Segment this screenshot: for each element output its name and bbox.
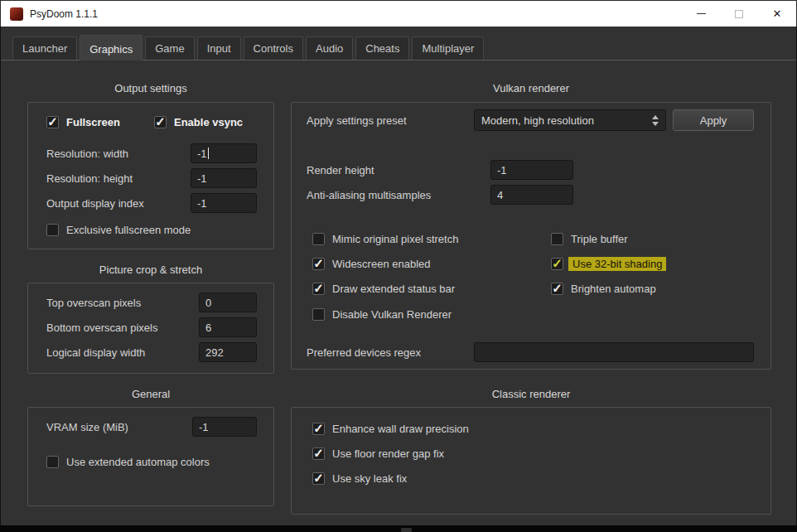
tab-launcher[interactable]: Launcher <box>12 36 77 60</box>
enhance-wall-draw-precision-checkbox[interactable]: ✓ Enhance wall draw precision <box>312 421 469 436</box>
app-icon <box>10 7 23 21</box>
window-title: PsyDoom 1.1.1 <box>30 8 98 20</box>
enable-vsync-checkbox[interactable]: ✓ Enable vsync <box>154 114 243 129</box>
render-height-row: Render height -1 <box>307 160 573 180</box>
group-title-general: General <box>27 388 274 401</box>
tab-audio[interactable]: Audio <box>306 36 353 60</box>
close-icon: ✕ <box>773 7 782 20</box>
widescreen-enabled-checkbox[interactable]: ✓ Widescreen enabled <box>312 256 431 271</box>
mimic-pixel-stretch-checkbox[interactable]: Mimic original pixel stretch <box>312 231 458 246</box>
logical-display-width-input[interactable]: 292 <box>199 342 257 362</box>
brighten-automap-checkbox[interactable]: ✓ Brighten automap <box>551 281 656 296</box>
checkbox-box: ✓ <box>312 283 325 295</box>
vram-size-row: VRAM size (MiB) -1 <box>46 417 257 437</box>
checkbox-box: ✓ <box>312 258 325 270</box>
checkbox-box <box>551 233 563 245</box>
resolution-height-input[interactable]: -1 <box>191 168 257 188</box>
tab-bar: Launcher Graphics Game Input Controls Au… <box>1 27 796 60</box>
selected-preset-value: Modern, high resolution <box>481 114 652 127</box>
text-cursor <box>208 148 209 159</box>
triple-buffer-checkbox[interactable]: Triple buffer <box>551 231 628 246</box>
bottom-overscan-label: Bottom overscan pixels <box>46 322 199 334</box>
taskbar-icon-hint <box>401 528 412 532</box>
draw-extended-status-bar-checkbox[interactable]: ✓ Draw extended status bar <box>312 281 455 296</box>
checkbox-label: Exclusive fullscreen mode <box>66 224 191 236</box>
checkbox-box: ✓ <box>154 116 167 128</box>
use-32bit-shading-checkbox[interactable]: ✓ Use 32-bit shading <box>551 256 666 271</box>
checkbox-box <box>46 224 59 236</box>
output-display-index-label: Output display index <box>46 197 191 210</box>
check-icon: ✓ <box>552 282 563 294</box>
maximize-icon <box>735 10 743 18</box>
highlighted-checkbox-label: Use 32-bit shading <box>568 257 666 271</box>
settings-preset-select[interactable]: Modern, high resolution <box>474 109 666 131</box>
apply-button[interactable]: Apply <box>673 109 754 131</box>
vram-size-input[interactable]: -1 <box>192 417 257 437</box>
tab-graphics[interactable]: Graphics <box>80 35 142 60</box>
top-overscan-label: Top overscan pixels <box>46 297 199 309</box>
checkbox-box: ✓ <box>312 472 325 485</box>
tab-game[interactable]: Game <box>145 36 194 60</box>
group-title-vulkan-renderer: Vulkan renderer <box>291 82 771 95</box>
antialiasing-multisamples-row: Anti-aliasing multisamples 4 <box>307 185 573 205</box>
close-button[interactable]: ✕ <box>758 1 796 27</box>
group-general: VRAM size (MiB) -1 Use extended automap … <box>27 407 274 506</box>
resolution-height-label: Resolution: height <box>46 172 191 185</box>
check-icon: ✓ <box>552 257 563 269</box>
checkbox-label: Fullscreen <box>66 116 120 128</box>
check-icon: ✓ <box>47 115 58 128</box>
group-vulkan-renderer: Apply settings preset Modern, high resol… <box>291 102 771 370</box>
field-value: -1 <box>197 197 207 210</box>
logical-display-width-row: Logical display width 292 <box>46 342 257 362</box>
app-window: PsyDoom 1.1.1 ✕ Launcher Graphics Game I… <box>0 0 797 532</box>
disable-vulkan-renderer-checkbox[interactable]: Disable Vulkan Renderer <box>312 307 452 322</box>
extended-automap-colors-checkbox[interactable]: Use extended automap colors <box>46 454 210 469</box>
field-value: -1 <box>199 421 209 433</box>
maximize-button[interactable] <box>720 1 758 27</box>
field-value: 0 <box>205 297 211 309</box>
titlebar[interactable]: PsyDoom 1.1.1 ✕ <box>0 0 797 27</box>
checkbox-label: Widescreen enabled <box>332 258 431 270</box>
window-controls: ✕ <box>682 1 796 27</box>
sky-leak-fix-checkbox[interactable]: ✓ Use sky leak fix <box>312 471 407 486</box>
tab-input[interactable]: Input <box>197 36 241 60</box>
desktop-taskbar-sliver <box>0 525 797 532</box>
main-panel: Launcher Graphics Game Input Controls Au… <box>0 27 797 525</box>
output-display-index-input[interactable]: -1 <box>191 193 257 213</box>
bottom-overscan-input[interactable]: 6 <box>199 317 257 337</box>
group-picture-crop: Top overscan pixels 0 Bottom overscan pi… <box>27 283 274 374</box>
checkbox-label: Mimic original pixel stretch <box>332 233 458 245</box>
check-icon: ✓ <box>313 257 324 269</box>
group-title-classic-renderer: Classic renderer <box>291 388 771 401</box>
check-icon: ✓ <box>155 115 166 128</box>
checkbox-label: Brighten automap <box>571 283 656 295</box>
tab-multiplayer[interactable]: Multiplayer <box>412 36 484 60</box>
top-overscan-input[interactable]: 0 <box>199 293 257 312</box>
floor-render-gap-fix-checkbox[interactable]: ✓ Use floor render gap fix <box>312 446 444 461</box>
group-output-settings: ✓ Fullscreen ✓ Enable vsync Resolution: … <box>27 102 274 249</box>
tab-controls[interactable]: Controls <box>244 36 303 60</box>
resolution-width-row: Resolution: width -1 <box>46 143 257 163</box>
group-title-output-settings: Output settings <box>27 82 274 95</box>
check-icon: ✓ <box>313 282 324 294</box>
checkbox-box: ✓ <box>312 447 325 460</box>
checkbox-box: ✓ <box>46 116 59 128</box>
group-title-picture-crop: Picture crop & stretch <box>27 264 274 277</box>
field-value: 292 <box>205 346 224 359</box>
checkbox-box <box>312 308 325 321</box>
exclusive-fullscreen-checkbox[interactable]: Exclusive fullscreen mode <box>46 222 191 237</box>
render-height-input[interactable]: -1 <box>490 160 573 180</box>
resolution-width-input[interactable]: -1 <box>191 143 257 163</box>
minimize-button[interactable] <box>682 1 720 27</box>
output-display-index-row: Output display index -1 <box>46 193 257 213</box>
antialiasing-multisamples-input[interactable]: 4 <box>490 185 573 205</box>
checkbox-label: Use extended automap colors <box>66 456 210 468</box>
resolution-height-row: Resolution: height -1 <box>46 168 257 188</box>
minimize-icon <box>697 13 706 14</box>
field-value: -1 <box>197 172 207 185</box>
preferred-devices-regex-input[interactable] <box>474 342 754 362</box>
fullscreen-checkbox[interactable]: ✓ Fullscreen <box>46 114 120 129</box>
tab-cheats[interactable]: Cheats <box>355 36 409 60</box>
top-overscan-row: Top overscan pixels 0 <box>46 293 257 312</box>
checkbox-label: Disable Vulkan Renderer <box>332 308 452 321</box>
